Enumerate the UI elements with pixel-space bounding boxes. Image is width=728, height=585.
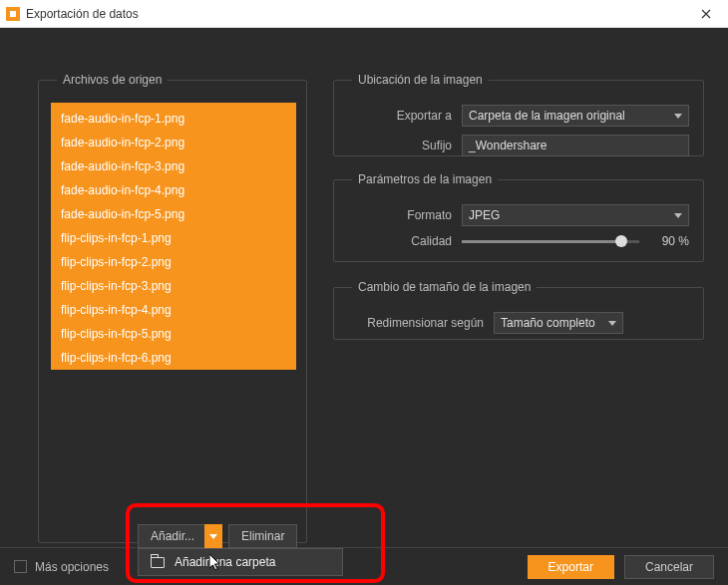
suffix-label: Sufijo xyxy=(344,139,462,152)
export-button-label: Exportar xyxy=(548,560,593,574)
list-item[interactable]: flip-clips-in-fcp-2.png xyxy=(51,250,296,274)
add-button[interactable]: Añadir... xyxy=(138,524,204,548)
export-to-value: Carpeta de la imagen original xyxy=(469,109,625,123)
source-files-group: Archivos de origen fade-audio-in-fcp-1.p… xyxy=(38,73,307,543)
chevron-down-icon xyxy=(674,114,682,119)
folder-icon xyxy=(151,557,165,568)
list-item[interactable]: fade-audio-in-fcp-1.png xyxy=(51,107,296,131)
list-item[interactable]: fade-audio-in-fcp-4.png xyxy=(51,178,296,202)
image-params-group: Parámetros de la imagen Formato JPEG Cal… xyxy=(333,172,704,262)
file-list[interactable]: fade-audio-in-fcp-1.png fade-audio-in-fc… xyxy=(51,103,296,370)
resize-label: Redimensionar según xyxy=(344,316,494,330)
list-item[interactable]: flip-clips-in-fcp-5.png xyxy=(51,322,296,346)
list-item[interactable]: fade-audio-in-fcp-2.png xyxy=(51,131,296,154)
format-value: JPEG xyxy=(469,208,500,222)
remove-button[interactable]: Eliminar xyxy=(228,524,297,548)
list-item[interactable]: flip-clips-in-fcp-6.png xyxy=(51,346,296,370)
window-title: Exportación de datos xyxy=(26,7,139,21)
image-params-legend: Parámetros de la imagen xyxy=(352,172,498,186)
format-label: Formato xyxy=(344,208,462,222)
slider-thumb[interactable] xyxy=(615,235,627,247)
list-item[interactable]: flip-clips-in-fcp-3.png xyxy=(51,274,296,298)
resize-select[interactable]: Tamaño completo xyxy=(494,312,623,334)
titlebar: Exportación de datos xyxy=(0,0,728,28)
cancel-button[interactable]: Cancelar xyxy=(624,555,714,579)
suffix-input[interactable]: _Wondershare xyxy=(462,135,689,156)
export-dialog: Exportación de datos Archivos de origen … xyxy=(0,0,728,585)
list-item[interactable]: fade-audio-in-fcp-5.png xyxy=(51,202,296,226)
dialog-body: Archivos de origen fade-audio-in-fcp-1.p… xyxy=(0,28,728,585)
add-folder-item[interactable]: Añadir una carpeta xyxy=(175,555,275,569)
export-to-label: Exportar a xyxy=(344,109,462,123)
image-location-legend: Ubicación de la imagen xyxy=(352,73,489,87)
list-item[interactable]: flip-clips-in-fcp-4.png xyxy=(51,298,296,322)
cancel-button-label: Cancelar xyxy=(645,560,693,574)
image-location-group: Ubicación de la imagen Exportar a Carpet… xyxy=(333,73,704,156)
image-resize-legend: Cambio de tamaño de la imagen xyxy=(352,280,537,294)
format-select[interactable]: JPEG xyxy=(462,204,689,226)
chevron-down-icon xyxy=(608,321,616,326)
more-options-label: Más opciones xyxy=(35,560,109,574)
more-options-checkbox[interactable] xyxy=(14,560,27,573)
app-icon xyxy=(6,7,20,21)
quality-label: Calidad xyxy=(344,234,462,248)
source-files-legend: Archivos de origen xyxy=(57,73,168,87)
image-resize-group: Cambio de tamaño de la imagen Redimensio… xyxy=(333,280,704,340)
chevron-down-icon xyxy=(674,213,682,218)
add-button-label: Añadir... xyxy=(151,529,194,543)
resize-value: Tamaño completo xyxy=(501,316,595,330)
quality-slider[interactable] xyxy=(462,240,639,243)
close-icon[interactable] xyxy=(684,0,728,28)
add-dropdown-menu: Añadir una carpeta xyxy=(138,548,343,576)
add-button-dropdown-toggle[interactable] xyxy=(204,524,222,548)
quality-value: 90 % xyxy=(653,234,689,248)
chevron-down-icon xyxy=(209,534,217,539)
dialog-footer: Más opciones Exportar Cancelar xyxy=(0,547,728,585)
add-remove-group: Añadir... Eliminar xyxy=(138,524,297,548)
remove-button-label: Eliminar xyxy=(241,529,284,543)
suffix-value: _Wondershare xyxy=(469,139,547,152)
export-button[interactable]: Exportar xyxy=(528,555,614,579)
slider-fill xyxy=(462,240,621,243)
list-item[interactable]: flip-clips-in-fcp-1.png xyxy=(51,226,296,250)
export-to-select[interactable]: Carpeta de la imagen original xyxy=(462,105,689,127)
list-item[interactable]: fade-audio-in-fcp-3.png xyxy=(51,154,296,178)
